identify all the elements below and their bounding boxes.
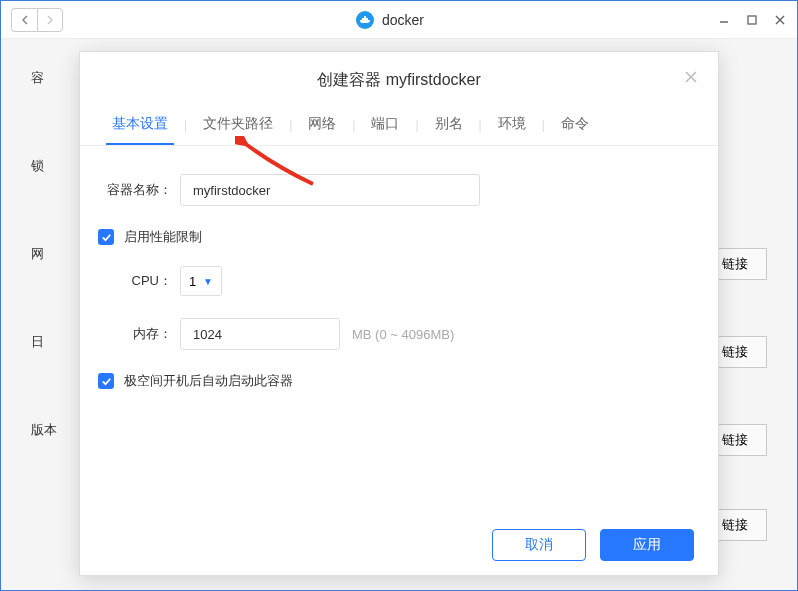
dialog-footer: 取消 应用: [80, 515, 718, 575]
maximize-button[interactable]: [745, 13, 759, 27]
minimize-button[interactable]: [717, 13, 731, 27]
memory-label: 内存：: [126, 325, 172, 343]
container-name-label: 容器名称：: [98, 181, 172, 199]
tab-environment[interactable]: 环境: [492, 105, 532, 145]
close-window-button[interactable]: [773, 13, 787, 27]
svg-rect-1: [748, 16, 756, 24]
container-name-input[interactable]: [180, 174, 480, 206]
tab-alias[interactable]: 别名: [429, 105, 469, 145]
perf-limit-checkbox[interactable]: [98, 229, 114, 245]
cpu-value: 1: [189, 274, 196, 289]
tab-port[interactable]: 端口: [365, 105, 405, 145]
tab-command[interactable]: 命令: [555, 105, 595, 145]
window-controls: [717, 13, 787, 27]
docker-icon: [356, 11, 374, 29]
dialog-header: 创建容器 myfirstdocker: [80, 52, 718, 105]
cpu-row: CPU： 1 ▼: [126, 266, 700, 296]
container-name-row: 容器名称：: [98, 174, 700, 206]
apply-button[interactable]: 应用: [600, 529, 694, 561]
dialog-title: 创建容器 myfirstdocker: [317, 70, 481, 91]
tab-basic-settings[interactable]: 基本设置: [106, 105, 174, 145]
window-title-text: docker: [382, 12, 424, 28]
forward-button[interactable]: [37, 8, 63, 32]
cancel-button[interactable]: 取消: [492, 529, 586, 561]
memory-hint: MB (0 ~ 4096MB): [352, 327, 454, 342]
back-button[interactable]: [11, 8, 37, 32]
cpu-select[interactable]: 1 ▼: [180, 266, 222, 296]
dialog-body: 容器名称： 启用性能限制 CPU： 1 ▼ 内存： MB (0 ~ 4096MB…: [80, 146, 718, 515]
memory-row: 内存： MB (0 ~ 4096MB): [126, 318, 700, 350]
perf-limit-row: 启用性能限制: [98, 228, 700, 246]
perf-limit-label: 启用性能限制: [124, 228, 202, 246]
tab-bar: 基本设置 | 文件夹路径 | 网络 | 端口 | 别名 | 环境 | 命令: [80, 105, 718, 146]
nav-buttons: [11, 8, 63, 32]
autostart-checkbox[interactable]: [98, 373, 114, 389]
window-title: docker: [63, 11, 717, 29]
autostart-label: 极空间开机后自动启动此容器: [124, 372, 293, 390]
tab-folder-path[interactable]: 文件夹路径: [197, 105, 279, 145]
memory-input[interactable]: [180, 318, 340, 350]
create-container-dialog: 创建容器 myfirstdocker 基本设置 | 文件夹路径 | 网络 | 端…: [79, 51, 719, 576]
cpu-label: CPU：: [126, 272, 172, 290]
tab-network[interactable]: 网络: [302, 105, 342, 145]
close-icon[interactable]: [684, 70, 698, 88]
titlebar: docker: [1, 1, 797, 39]
caret-down-icon: ▼: [203, 276, 213, 287]
autostart-row: 极空间开机后自动启动此容器: [98, 372, 700, 390]
